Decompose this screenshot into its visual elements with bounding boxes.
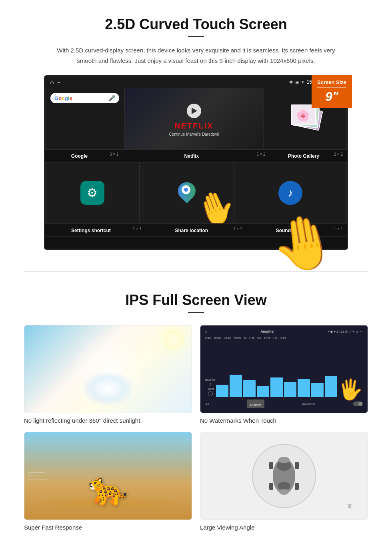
label-sound: Sound Search 1 × 1 [246, 227, 347, 234]
section1-desc: With 2.5D curved-display screen, this de… [52, 45, 340, 66]
amplifier-visual: ⌂ Amplifier ▪ ◉ ▾ 17:33 ◫ ♪ ✕ ▭ ← 60hz10… [200, 325, 368, 413]
label-share: Share location 1 × 1 [146, 227, 246, 234]
gear-icon: ⚙ [85, 186, 100, 200]
eq-bar-7 [298, 379, 310, 397]
google-logo: Google [54, 95, 72, 101]
feature-cheetah-label: Super Fast Response [24, 524, 192, 531]
section-divider [24, 271, 368, 272]
section2-title: IPS Full Screen View [24, 292, 368, 309]
eq-bar-8 [311, 383, 324, 397]
label-gallery-name: Photo Gallery [288, 153, 319, 159]
mic-icon[interactable]: 🎤 [108, 95, 115, 101]
page-container: 2.5D Curved Touch Screen With 2.5D curve… [0, 0, 392, 547]
sound-search-cell[interactable]: ♪ [234, 162, 347, 224]
feature-car: Large Viewing Angle [200, 432, 368, 531]
label-share-name: Share location [175, 228, 208, 233]
label-settings-name: Settings shortcut [71, 228, 111, 233]
status-bar: ⌂ ⌁ ✱ ◉ ▾ 15:06 ◫ ♪ ✕ ▭ [45, 76, 347, 88]
wifi-icon: ▾ [302, 80, 304, 85]
loudness-label: loudness [302, 402, 315, 406]
screen-size-badge: Screen Size 9" [312, 75, 352, 108]
eq-bar-3 [243, 380, 256, 397]
label-gallery: Photo Gallery 2 × 2 [270, 152, 347, 159]
section1-title: 2.5D Curved Touch Screen [24, 16, 368, 33]
settings-icon-wrap: ⚙ [80, 181, 104, 205]
bluetooth-icon: ✱ [289, 80, 293, 85]
amp-title: Amplifier [261, 329, 275, 333]
scroll-indicator: — — [45, 237, 347, 249]
svg-point-2 [278, 482, 290, 490]
label-netflix-size: 3 × 2 [256, 152, 266, 157]
sun-circle [164, 329, 184, 349]
fader-knob[interactable] [208, 391, 213, 396]
music-note-icon: ♪ [288, 187, 293, 199]
svg-point-4 [279, 489, 289, 495]
play-button[interactable] [187, 104, 201, 118]
custom-button[interactable]: Custom [247, 399, 264, 408]
label-settings-size: 1 × 1 [133, 227, 142, 231]
label-netflix-name: Netflix [184, 153, 199, 159]
equalizer-bars: Balance ♪ Fader [204, 340, 364, 398]
settings-cell[interactable]: ⚙ [45, 162, 140, 224]
label-google-name: Google [71, 153, 88, 159]
svg-rect-5 [269, 462, 273, 469]
location-icon: ◉ [295, 80, 299, 85]
label-google-size: 3 × 1 [110, 152, 119, 157]
device-wrapper: Screen Size 9" ⌂ ⌁ ✱ ◉ ▾ 15:06 ◫ [44, 75, 348, 250]
eq-bar-2 [230, 375, 242, 397]
google-cell[interactable]: Google 🎤 [45, 88, 124, 149]
feature-watermarks: ⌂ Amplifier ▪ ◉ ▾ 17:33 ◫ ♪ ✕ ▭ ← 60hz10… [200, 325, 368, 424]
feature-car-image [200, 432, 368, 520]
svg-rect-7 [269, 483, 273, 490]
cheetah-visual: 🐆 [24, 432, 192, 520]
flower-icon: 🌸 [292, 105, 315, 125]
label-share-size: 1 × 1 [233, 227, 242, 231]
feature-cheetah: 🐆 Super Fast Response [24, 432, 192, 531]
loudness-toggle[interactable] [353, 401, 363, 406]
eq-bar-6 [284, 382, 296, 397]
amp-freq-labels: 60hz100hz200hz500hz1k2.5k10k12.5k15kSUB [204, 336, 364, 340]
eq-bar-1 [216, 385, 228, 397]
badge-label: Screen Size [317, 79, 346, 88]
title-underline [188, 36, 204, 37]
eq-bar-5 [270, 377, 283, 397]
eq-bar-9 [325, 376, 337, 397]
label-gallery-size: 2 × 2 [334, 152, 343, 157]
bottom-app-row: ⚙ 🤚 [45, 162, 347, 224]
feature-sunlight-image [24, 325, 192, 413]
section-touch: 2.5D Curved Touch Screen With 2.5D curve… [0, 0, 392, 263]
label-netflix: Netflix 3 × 2 [123, 152, 270, 159]
car-circle [252, 444, 316, 508]
lens-flare [84, 373, 132, 405]
feature-watermarks-image: ⌂ Amplifier ▪ ◉ ▾ 17:33 ◫ ♪ ✕ ▭ ← 60hz10… [200, 325, 368, 413]
google-search-bar[interactable]: Google 🎤 [50, 93, 119, 103]
angle-arrows-icon [344, 500, 356, 514]
gallery-stack: 🌸 [289, 104, 321, 132]
status-left: ⌂ ⌁ [50, 78, 60, 86]
svg-rect-6 [295, 462, 299, 469]
label-google: Google 3 × 1 [45, 152, 123, 159]
label-settings: Settings shortcut 1 × 1 [45, 227, 146, 234]
eq-labels-left: Balance ♪ Fader [205, 378, 215, 397]
section-ips: IPS Full Screen View No light reflecting… [0, 280, 392, 547]
section2-underline [188, 312, 204, 313]
amp-time: ▪ ◉ ▾ 17:33 ◫ ♪ ✕ ▭ ← [328, 330, 363, 333]
feature-sunlight-label: No light reflecting under 360° direct su… [24, 417, 192, 424]
home-icon[interactable]: ⌂ [50, 78, 54, 86]
sun-rays [164, 329, 184, 349]
cheetah-shape: 🐆 [88, 470, 128, 508]
netflix-logo: NETFLIX [169, 121, 219, 130]
amp-back-button[interactable]: << [205, 402, 209, 406]
sunlight-visual [24, 325, 192, 413]
feature-watermarks-label: No Watermarks When Touch [200, 417, 368, 424]
speed-lines [28, 472, 48, 480]
features-grid: No light reflecting under 360° direct su… [24, 325, 368, 531]
badge-size: 9" [325, 89, 338, 104]
eq-bar-4 [257, 386, 269, 397]
netflix-content: NETFLIX Continue Marvel's Daredevil [161, 92, 227, 145]
netflix-subtitle: Continue Marvel's Daredevil [169, 132, 219, 136]
share-location-cell[interactable]: 🤚 [140, 162, 234, 224]
feature-car-label: Large Viewing Angle [200, 524, 368, 531]
car-visual [200, 432, 368, 520]
netflix-cell[interactable]: NETFLIX Continue Marvel's Daredevil [124, 88, 263, 149]
